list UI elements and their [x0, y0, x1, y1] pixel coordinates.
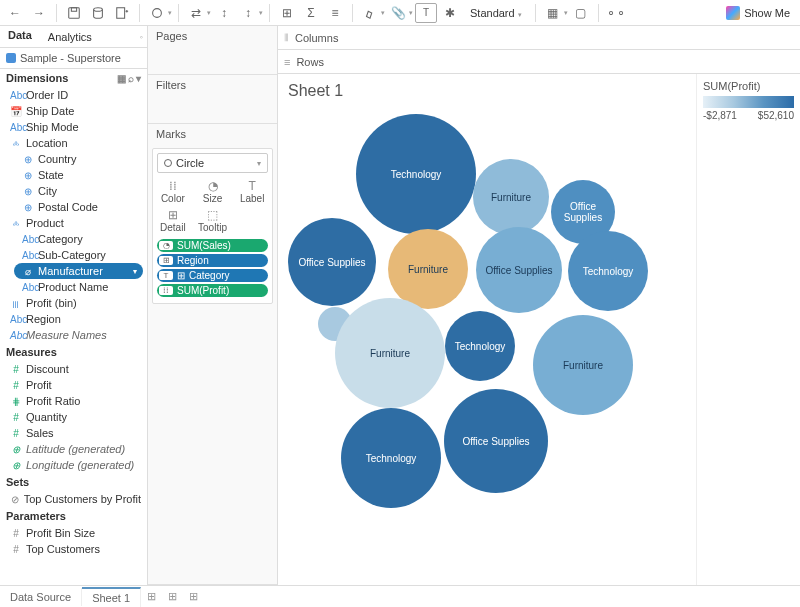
- label-button[interactable]: TLabel: [232, 177, 272, 206]
- save-button[interactable]: [63, 3, 85, 23]
- text-button[interactable]: T: [415, 3, 437, 23]
- field-latitude[interactable]: ⊕Latitude (generated): [0, 441, 147, 457]
- bubble-mark[interactable]: Technology: [341, 408, 441, 508]
- field-profit[interactable]: #Profit: [0, 377, 147, 393]
- rows-shelf[interactable]: ≡Rows: [278, 50, 800, 74]
- field-top-customers-profit[interactable]: ⊘Top Customers by Profit: [0, 491, 147, 507]
- bubble-mark[interactable]: Technology: [445, 311, 515, 381]
- bubble-mark[interactable]: Furniture: [335, 298, 445, 408]
- presentation-button[interactable]: ▢: [570, 3, 592, 23]
- color-button[interactable]: ⁞⁞Color: [153, 177, 193, 206]
- show-me-button[interactable]: Show Me: [720, 6, 796, 20]
- bubble-mark[interactable]: Technology: [568, 231, 648, 311]
- pill-category[interactable]: T⊞ Category: [157, 269, 268, 282]
- bubble-mark[interactable]: Office Supplies: [444, 389, 548, 493]
- search-icon[interactable]: ⌕: [128, 73, 134, 84]
- field-ship-date[interactable]: 📅Ship Date: [0, 103, 147, 119]
- new-worksheet-button[interactable]: ⊞: [141, 587, 162, 606]
- dimensions-header: Dimensions ▦⌕▾: [0, 69, 147, 87]
- toolbar: ← → ▾ ⇄ ▾ ↕ ↕ ▾ ⊞ Σ ≡ ▾ 📎 ▾ T ✱ Standard…: [0, 0, 800, 26]
- view-icon[interactable]: ▦: [117, 73, 126, 84]
- cards-button[interactable]: ▦: [542, 3, 564, 23]
- field-postal-code[interactable]: ⊕Postal Code: [0, 199, 147, 215]
- field-sales[interactable]: #Sales: [0, 425, 147, 441]
- field-manufacturer[interactable]: ⌀Manufacturer: [14, 263, 143, 279]
- sort-desc-button[interactable]: ↕: [237, 3, 259, 23]
- tooltip-button[interactable]: ⬚Tooltip: [193, 206, 233, 235]
- bubble-mark[interactable]: Office Supplies: [288, 218, 376, 306]
- legend-max: $52,610: [758, 110, 794, 121]
- pill-sum-sales[interactable]: ◔SUM(Sales): [157, 239, 268, 252]
- new-story-button[interactable]: ⊞: [183, 587, 204, 606]
- pages-shelf[interactable]: Pages: [148, 26, 277, 46]
- label-icon: T: [234, 179, 270, 193]
- analytics-tab[interactable]: Analytics◦: [40, 26, 147, 47]
- field-measure-names[interactable]: AbcMeasure Names: [0, 327, 147, 343]
- bubble-mark[interactable]: Furniture: [473, 159, 549, 235]
- field-profit-ratio[interactable]: ⋕Profit Ratio: [0, 393, 147, 409]
- sheet-title[interactable]: Sheet 1: [278, 74, 696, 108]
- pin-button[interactable]: 📎: [387, 3, 409, 23]
- field-profit-bin[interactable]: ⫼Profit (bin): [0, 295, 147, 311]
- tooltip-icon: ⬚: [195, 208, 231, 222]
- forward-button[interactable]: →: [28, 3, 50, 23]
- cards-column: Pages Filters Marks Circle ▾ ⁞⁞Color ◔Si…: [148, 26, 278, 585]
- data-source[interactable]: Sample - Superstore: [0, 48, 147, 69]
- add-sheet-button[interactable]: [111, 3, 133, 23]
- field-state[interactable]: ⊕State: [0, 167, 147, 183]
- field-order-id[interactable]: AbcOrder ID: [0, 87, 147, 103]
- totals-button[interactable]: Σ: [300, 3, 322, 23]
- rows-icon: ≡: [284, 56, 290, 68]
- legend-min: -$2,871: [703, 110, 737, 121]
- share-button[interactable]: ⚬⚬: [605, 3, 627, 23]
- field-discount[interactable]: #Discount: [0, 361, 147, 377]
- field-region[interactable]: AbcRegion: [0, 311, 147, 327]
- pill-sum-profit[interactable]: ⁞⁞SUM(Profit): [157, 284, 268, 297]
- bubble-mark[interactable]: Office Supplies: [476, 227, 562, 313]
- field-ship-mode[interactable]: AbcShip Mode: [0, 119, 147, 135]
- back-button[interactable]: ←: [4, 3, 26, 23]
- field-profit-bin-size[interactable]: #Profit Bin Size: [0, 525, 147, 541]
- field-quantity[interactable]: #Quantity: [0, 409, 147, 425]
- filters-shelf[interactable]: Filters: [148, 75, 277, 95]
- fix-axes-button[interactable]: ✱: [439, 3, 461, 23]
- bottom-tabs: Data Source Sheet 1 ⊞ ⊞ ⊞: [0, 585, 800, 607]
- columns-shelf[interactable]: ⦀Columns: [278, 26, 800, 50]
- detail-button[interactable]: ⊞Detail: [153, 206, 193, 235]
- group-button[interactable]: ⊞: [276, 3, 298, 23]
- data-source-tab[interactable]: Data Source: [0, 588, 82, 606]
- new-dashboard-button[interactable]: ⊞: [162, 587, 183, 606]
- show-me-icon: [726, 6, 740, 20]
- bubble-mark[interactable]: Furniture: [533, 315, 633, 415]
- datasource-icon: [6, 53, 16, 63]
- svg-rect-3: [117, 7, 125, 18]
- field-location[interactable]: ஃLocation: [0, 135, 147, 151]
- pill-region[interactable]: ⊞Region: [157, 254, 268, 267]
- mark-type-dropdown[interactable]: Circle ▾: [157, 153, 268, 173]
- field-product[interactable]: ஃProduct: [0, 215, 147, 231]
- data-tab[interactable]: Data: [0, 26, 40, 47]
- sets-header: Sets: [0, 473, 147, 491]
- fit-dropdown[interactable]: Standard ▾: [463, 6, 529, 20]
- field-longitude[interactable]: ⊕Longitude (generated): [0, 457, 147, 473]
- color-icon: ⁞⁞: [155, 179, 191, 193]
- swap-button[interactable]: ⇄: [185, 3, 207, 23]
- field-country[interactable]: ⊕Country: [0, 151, 147, 167]
- sort-asc-button[interactable]: ↕: [213, 3, 235, 23]
- highlight-button[interactable]: [359, 3, 381, 23]
- labels-button[interactable]: ≡: [324, 3, 346, 23]
- bubble-mark[interactable]: Furniture: [388, 229, 468, 309]
- svg-rect-1: [71, 7, 76, 11]
- field-sub-category[interactable]: AbcSub-Category: [0, 247, 147, 263]
- field-category[interactable]: AbcCategory: [0, 231, 147, 247]
- new-datasource-button[interactable]: [87, 3, 109, 23]
- chart-canvas[interactable]: TechnologyFurnitureOffice SuppliesOffice…: [278, 108, 696, 585]
- field-top-customers[interactable]: #Top Customers: [0, 541, 147, 557]
- bubble-mark[interactable]: Technology: [356, 114, 476, 234]
- size-button[interactable]: ◔Size: [193, 177, 233, 206]
- color-legend[interactable]: SUM(Profit) -$2,871 $52,610: [696, 74, 800, 585]
- field-city[interactable]: ⊕City: [0, 183, 147, 199]
- sheet1-tab[interactable]: Sheet 1: [82, 587, 141, 607]
- clear-button[interactable]: [146, 3, 168, 23]
- field-product-name[interactable]: AbcProduct Name: [0, 279, 147, 295]
